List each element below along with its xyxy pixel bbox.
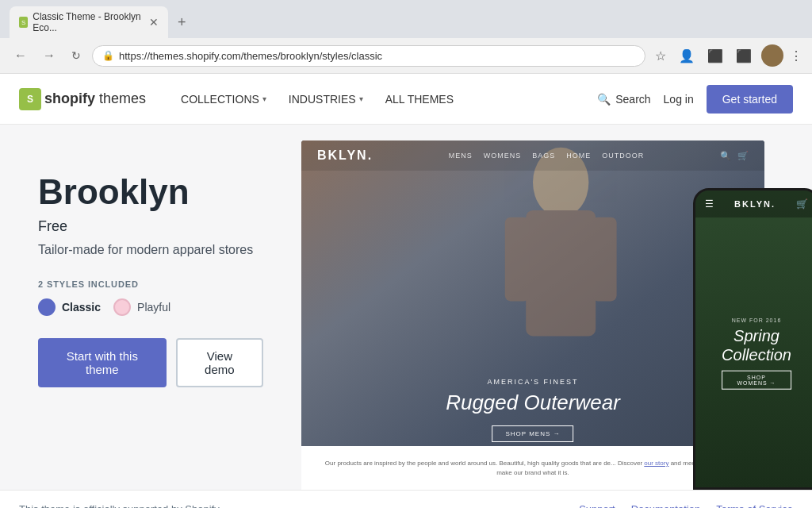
view-demo-button[interactable]: View demo <box>176 338 263 387</box>
svg-rect-3 <box>592 217 617 302</box>
forward-button[interactable]: → <box>38 47 60 64</box>
active-tab[interactable]: S Classic Theme - Brooklyn Eco... ✕ <box>10 6 168 38</box>
nav-right: 🔍 Search Log in Get started <box>597 85 793 114</box>
nav-collections[interactable]: COLLECTIONS ▾ <box>171 87 276 112</box>
mobile-shop-btn: SHOP WOMENS → <box>722 371 791 390</box>
mobile-content: NEW FOR 2016 Spring Collection SHOP WOME… <box>722 318 791 390</box>
start-theme-button[interactable]: Start with this theme <box>38 338 167 387</box>
footer-links: Support Documentation Terms of Service <box>579 503 793 508</box>
mobile-tag: NEW FOR 2016 <box>722 318 791 323</box>
preview-hero-content: AMERICA'S FINEST Rugged Outerwear SHOP M… <box>446 378 620 442</box>
preview-nav-icons: 🔍 🛒 <box>720 151 749 161</box>
theme-description: Tailor-made for modern apparel stores <box>38 243 263 257</box>
preview-title: Rugged Outerwear <box>446 391 620 415</box>
logo-text: shopify themes <box>44 90 146 107</box>
back-button[interactable]: ← <box>10 47 32 64</box>
terms-link[interactable]: Terms of Service <box>716 503 793 508</box>
tab-title: Classic Theme - Brooklyn Eco... <box>33 11 141 33</box>
browser-tabs: S Classic Theme - Brooklyn Eco... ✕ + <box>0 0 812 38</box>
logo-link[interactable]: S shopify themes <box>19 88 146 110</box>
theme-price: Free <box>38 218 263 235</box>
page-wrapper: S shopify themes COLLECTIONS ▾ INDUSTRIE… <box>0 74 812 508</box>
preview-nav-bar: BKLYN. MENS WOMENS BAGS HOME OUTDOOR 🔍 🛒 <box>301 140 764 171</box>
refresh-button[interactable]: ↻ <box>67 48 86 64</box>
style-classic[interactable]: Classic <box>38 298 101 316</box>
theme-preview: BKLYN. MENS WOMENS BAGS HOME OUTDOOR 🔍 🛒 <box>301 125 812 490</box>
tab-close-button[interactable]: ✕ <box>149 16 159 29</box>
preview-nav-bags: BAGS <box>532 152 555 160</box>
extension2-button[interactable]: ⬛ <box>733 45 755 67</box>
address-bar[interactable]: 🔒 https://themes.shopify.com/themes/broo… <box>92 45 645 67</box>
support-link[interactable]: Support <box>579 503 615 508</box>
new-tab-button[interactable]: + <box>171 11 193 34</box>
preview-nav-mens: MENS <box>449 152 473 160</box>
preview-shop-btn: SHOP MENS → <box>492 425 573 442</box>
svg-rect-1 <box>526 210 596 336</box>
footer-support-text: This theme is officially supported by Sh… <box>19 503 220 508</box>
collections-dropdown-arrow: ▾ <box>262 94 266 103</box>
search-button[interactable]: 🔍 Search <box>597 93 650 106</box>
preview-nav-outdoor: OUTDOOR <box>602 152 644 160</box>
mobile-inner: ☰ BKLYN. 🛒 NEW FOR 2016 Spring Collectio… <box>695 190 812 487</box>
preview-search-icon: 🔍 <box>720 151 731 161</box>
nav-all-themes[interactable]: ALL THEMES <box>376 87 463 112</box>
preview-nav-links: MENS WOMENS BAGS HOME OUTDOOR <box>449 152 645 160</box>
url-text: https://themes.shopify.com/themes/brookl… <box>119 50 382 62</box>
mobile-brand: BKLYN. <box>734 199 776 209</box>
tab-favicon: S <box>19 17 28 28</box>
style-playful[interactable]: Playful <box>113 298 170 316</box>
bookmark-button[interactable]: ☆ <box>652 45 669 67</box>
nav-links: COLLECTIONS ▾ INDUSTRIES ▾ ALL THEMES <box>171 87 597 112</box>
preview-brand: BKLYN. <box>317 148 373 163</box>
action-buttons: Start with this theme View demo <box>38 338 263 387</box>
browser-chrome: S Classic Theme - Brooklyn Eco... ✕ + ← … <box>0 0 812 74</box>
preview-nav-home: HOME <box>566 152 591 160</box>
preview-cart-icon: 🛒 <box>737 151 749 161</box>
toolbar-icons: ☆ 👤 ⬛ ⬛ ⋮ <box>652 44 802 67</box>
main-content: Brooklyn Free Tailor-made for modern app… <box>0 125 812 490</box>
mobile-menu-icon: ☰ <box>705 198 714 210</box>
lock-icon: 🔒 <box>102 50 114 61</box>
login-link[interactable]: Log in <box>664 93 694 106</box>
extension1-button[interactable]: ⬛ <box>704 45 726 67</box>
playful-label: Playful <box>137 301 170 314</box>
mobile-cart-icon: 🛒 <box>796 198 808 210</box>
preview-mobile: ☰ BKLYN. 🛒 NEW FOR 2016 Spring Collectio… <box>693 188 812 490</box>
documentation-link[interactable]: Documentation <box>631 503 700 508</box>
preview-subtitle: AMERICA'S FINEST <box>446 378 620 386</box>
mobile-nav: ☰ BKLYN. 🛒 <box>695 190 812 217</box>
user-avatar[interactable] <box>761 44 783 67</box>
profile-button[interactable]: 👤 <box>676 45 698 67</box>
classic-dot <box>38 298 56 316</box>
theme-name: Brooklyn <box>38 172 263 212</box>
site-nav: S shopify themes COLLECTIONS ▾ INDUSTRIE… <box>0 74 812 125</box>
browser-menu-button[interactable]: ⋮ <box>790 48 802 64</box>
svg-rect-2 <box>505 217 530 302</box>
our-story-link: our story <box>644 460 668 467</box>
classic-label: Classic <box>62 301 101 314</box>
theme-info: Brooklyn Free Tailor-made for modern app… <box>0 125 301 490</box>
browser-toolbar: ← → ↻ 🔒 https://themes.shopify.com/theme… <box>0 38 812 73</box>
shopify-icon: S <box>19 88 41 110</box>
industries-dropdown-arrow: ▾ <box>359 94 363 103</box>
nav-industries[interactable]: INDUSTRIES ▾ <box>279 87 373 112</box>
playful-dot <box>113 298 131 316</box>
preview-about-text: Our products are inspired by the people … <box>317 459 749 478</box>
preview-nav-womens: WOMENS <box>484 152 522 160</box>
search-icon: 🔍 <box>597 93 611 106</box>
get-started-button[interactable]: Get started <box>707 85 793 114</box>
style-options: Classic Playful <box>38 298 263 316</box>
mobile-title: Spring Collection <box>722 326 791 364</box>
page-footer: This theme is officially supported by Sh… <box>0 490 812 508</box>
styles-label: 2 STYLES INCLUDED <box>38 279 263 289</box>
